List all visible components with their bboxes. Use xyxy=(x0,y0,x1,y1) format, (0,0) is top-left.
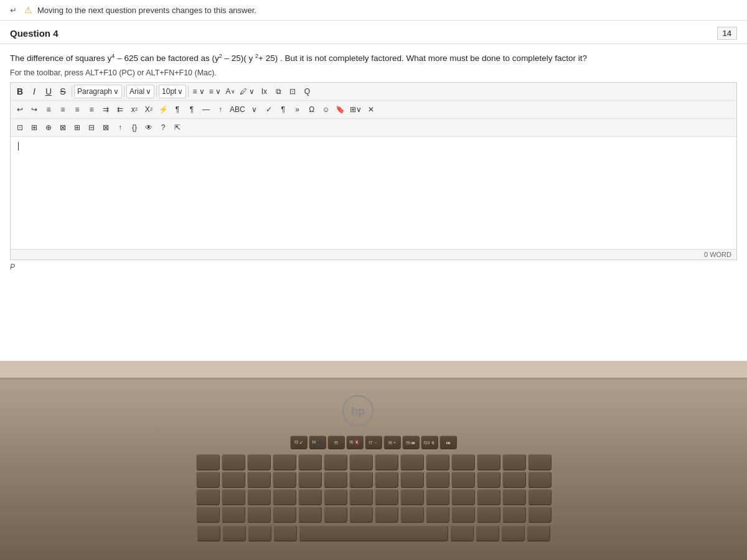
key[interactable] xyxy=(477,489,500,505)
bookmark-button[interactable]: 🔖 xyxy=(334,103,347,116)
key[interactable] xyxy=(222,489,245,505)
f3-key[interactable]: f3 ↙ xyxy=(290,436,308,449)
key[interactable] xyxy=(426,454,449,470)
key[interactable] xyxy=(298,472,322,488)
key[interactable] xyxy=(477,454,500,470)
key[interactable] xyxy=(501,525,525,541)
key[interactable] xyxy=(196,472,220,488)
table-split-button[interactable]: ⊟ xyxy=(85,121,98,134)
font-dropdown[interactable]: Arial ∨ xyxy=(126,85,154,98)
key[interactable] xyxy=(273,472,296,488)
key[interactable] xyxy=(222,506,245,523)
key[interactable] xyxy=(349,472,373,488)
key[interactable] xyxy=(298,454,322,470)
key[interactable] xyxy=(247,506,271,523)
f10-key[interactable]: f10 ⏸ xyxy=(421,436,438,449)
key[interactable] xyxy=(528,472,552,488)
key[interactable] xyxy=(324,472,347,488)
key[interactable] xyxy=(502,489,526,505)
key[interactable] xyxy=(247,472,271,488)
indent-button[interactable]: ≡ ∨ xyxy=(207,85,223,98)
key[interactable] xyxy=(349,506,373,523)
key[interactable] xyxy=(450,525,474,541)
key[interactable] xyxy=(400,472,424,488)
key[interactable] xyxy=(528,489,552,505)
paragraph-dropdown[interactable]: Paragraph ∨ xyxy=(74,85,122,98)
table-1x1-button[interactable]: ⊡ xyxy=(13,121,27,134)
key[interactable] xyxy=(375,472,398,488)
key[interactable] xyxy=(400,454,424,470)
f5-key[interactable]: f5 xyxy=(327,436,345,449)
outdent-button[interactable]: ⇉ xyxy=(99,103,113,116)
key[interactable] xyxy=(222,472,245,488)
subscript-button[interactable]: X2 xyxy=(142,103,156,116)
editor-body[interactable] xyxy=(11,137,736,249)
key[interactable] xyxy=(502,472,526,488)
spellcheck-button[interactable]: ABC xyxy=(228,103,247,116)
key[interactable] xyxy=(248,525,271,541)
search-button[interactable]: Q xyxy=(300,85,314,98)
key[interactable] xyxy=(273,454,296,470)
font-color-button[interactable]: A ∨ xyxy=(223,85,237,98)
help-button[interactable]: ? xyxy=(156,121,170,134)
table-merge-button[interactable]: ⊞ xyxy=(70,121,84,134)
key[interactable] xyxy=(375,489,398,505)
key[interactable] xyxy=(400,506,424,523)
key[interactable] xyxy=(298,489,322,505)
key[interactable] xyxy=(247,454,271,470)
italic-button[interactable]: I xyxy=(27,85,41,98)
close-view-button[interactable]: ✕ xyxy=(364,103,378,116)
redo-button[interactable]: ↪ xyxy=(27,103,41,116)
ordered-list-button[interactable]: ≡ xyxy=(56,103,70,116)
checkmark-button[interactable]: ✓ xyxy=(262,103,276,116)
key[interactable] xyxy=(324,454,347,470)
underline-button[interactable]: U xyxy=(42,85,55,98)
paste-button[interactable]: ⊡ xyxy=(286,85,299,98)
quotes-button[interactable]: » xyxy=(291,103,304,116)
key[interactable] xyxy=(426,489,449,505)
list-style-button[interactable]: ≡ ∨ xyxy=(190,85,206,98)
f6-key[interactable]: f6 🔇 xyxy=(346,436,364,449)
key[interactable] xyxy=(273,506,296,523)
key[interactable] xyxy=(324,489,347,505)
key[interactable] xyxy=(273,525,297,541)
table-add-button[interactable]: ⊕ xyxy=(42,121,55,134)
f4-key[interactable]: f4 ⬛ xyxy=(309,436,326,449)
key[interactable] xyxy=(298,506,322,523)
key[interactable] xyxy=(196,506,220,523)
undo-button[interactable]: ↩ xyxy=(13,103,27,116)
key[interactable] xyxy=(375,506,398,523)
clear-format-button[interactable]: Ix xyxy=(257,85,271,98)
key[interactable] xyxy=(527,525,550,541)
eraser-button[interactable]: ⚡ xyxy=(156,103,170,116)
key[interactable] xyxy=(451,506,475,523)
dash-button[interactable]: — xyxy=(199,103,213,116)
insert-row-button[interactable]: ↑ xyxy=(113,121,127,134)
key[interactable] xyxy=(197,525,220,541)
f11-key[interactable]: ⏭ xyxy=(439,436,457,449)
key[interactable] xyxy=(247,489,271,505)
key[interactable] xyxy=(477,506,500,523)
key[interactable] xyxy=(222,454,245,470)
list-style3-button[interactable]: ≡ xyxy=(85,103,98,116)
indent2-button[interactable]: ⇇ xyxy=(113,103,127,116)
size-dropdown[interactable]: 10pt ∨ xyxy=(159,85,186,98)
code-block-button[interactable]: {} xyxy=(128,121,141,134)
key[interactable] xyxy=(451,454,475,470)
key[interactable] xyxy=(375,454,398,470)
key[interactable] xyxy=(477,472,500,488)
f8-key[interactable]: f8 + xyxy=(383,436,401,449)
copy-button[interactable]: ⧉ xyxy=(271,85,285,98)
key[interactable] xyxy=(426,506,449,523)
upload-button[interactable]: ↑ xyxy=(214,103,227,116)
key[interactable] xyxy=(400,489,424,505)
superscript-button[interactable]: x2 xyxy=(128,103,141,116)
key[interactable] xyxy=(273,489,296,505)
list-style2-button[interactable]: ≡ xyxy=(70,103,84,116)
fullscreen-button[interactable]: ⇱ xyxy=(171,121,184,134)
table-dropdown[interactable]: ⊞∨ xyxy=(348,103,364,116)
f9-key[interactable]: f9 ⏮ xyxy=(402,436,420,449)
key[interactable] xyxy=(324,506,347,523)
table-border-button[interactable]: ⊠ xyxy=(99,121,113,134)
key[interactable] xyxy=(502,506,526,523)
